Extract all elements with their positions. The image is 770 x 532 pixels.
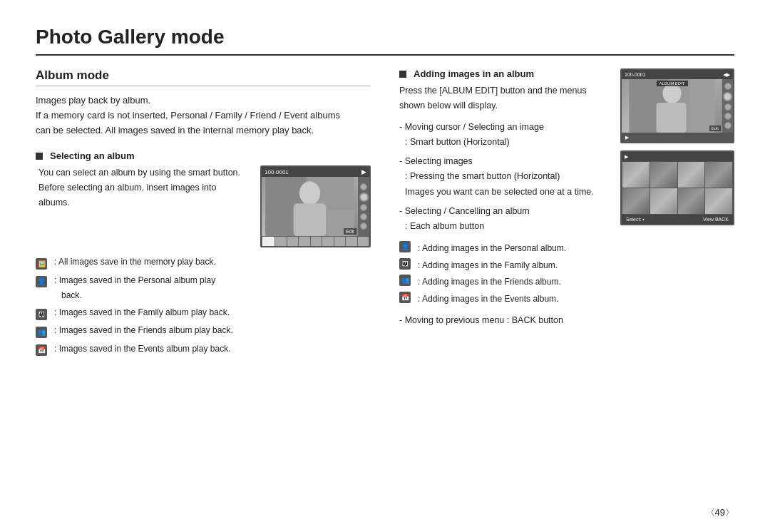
cam-btn-3: [360, 204, 367, 211]
right-cam-icon-1: ◀▶: [723, 72, 730, 78]
thumb-8: [346, 237, 356, 247]
grid-back-label: View BACK: [703, 217, 729, 222]
thumb-1: [262, 237, 274, 247]
dash-1: - Moving cursor / Selecting an image: [399, 120, 595, 135]
page-title: Photo Gallery mode: [36, 26, 734, 56]
dash-prefix-3: - Selecting / Cancelling an album: [399, 204, 530, 219]
intro-text: Images play back by album. If a memory c…: [36, 93, 371, 138]
icon-item-2: : Images saved in the Family album play …: [36, 305, 371, 322]
dash-2: - Selecting images: [399, 154, 595, 169]
album-icon-personal: : Adding images in the Personal album.: [399, 241, 595, 257]
left-inner: You can select an album by using the sma…: [36, 165, 371, 247]
grid-cell-1: [622, 162, 650, 188]
grid-footer: Select: ▪ View BACK: [622, 215, 733, 224]
right-side-bar-1: [722, 79, 733, 133]
main-content: Album mode Images play back by album. If…: [36, 68, 734, 364]
thumb-6: [322, 237, 333, 247]
icon-text-4: : Images saved in the Events album play …: [54, 342, 230, 357]
friends-icon-left: [36, 323, 50, 339]
right-column: Adding images in an album Press the [ALB…: [399, 68, 734, 364]
dash-sub-2: : Pressing the smart button (Horizontal): [405, 169, 595, 184]
camera-image-left: 100-0001 ▶: [260, 165, 371, 247]
personal-icon: [36, 273, 50, 290]
dash-prefix-1: - Moving cursor / Selecting an image: [399, 120, 544, 135]
cam-screen-right-1: 100-0001 ◀▶: [620, 68, 734, 143]
grid-cell-8: [705, 188, 732, 214]
section-title: Album mode: [36, 68, 371, 86]
right-btn-5: [724, 122, 732, 129]
left-column: Album mode Images play back by album. If…: [36, 68, 371, 364]
adding-body: Press the [ALBUM EDIT] button and the me…: [399, 83, 595, 328]
right-inner: Adding images in an album Press the [ALB…: [399, 68, 734, 328]
thumb-3: [287, 237, 298, 247]
right-header-1: 100-0001 ◀▶: [622, 70, 733, 79]
cam-thumb-row: [262, 236, 369, 247]
adding-label: Adding images in an album: [399, 68, 595, 79]
dash-sub-3: : Each album button: [405, 219, 595, 234]
all-icon: [36, 255, 50, 271]
right-btn-4: [724, 113, 732, 120]
photo-svg: [262, 177, 358, 236]
svg-rect-3: [294, 204, 327, 237]
icon-text-1: : Images saved in the Personal album pla…: [54, 273, 215, 304]
intro-line2: If a memory card is not inserted, Person…: [36, 108, 371, 123]
grid-header: ▶: [622, 152, 733, 161]
cam-right-controls: [358, 177, 369, 236]
right-footer-play: ▶: [625, 135, 629, 140]
dash-sub-1: : Smart button (Horizontal): [405, 135, 595, 150]
thumb-9: [358, 237, 369, 247]
dash-sub-2b: Images you want can be selected one at a…: [405, 185, 595, 200]
icon-item-4: : Images saved in the Events album play …: [36, 342, 371, 358]
selecting-album-section: Selecting an album You can select an alb…: [36, 150, 371, 358]
thumb-5: [311, 237, 322, 247]
right-cam-label-1: 100-0001: [625, 72, 646, 77]
thumb-2: [275, 237, 286, 247]
right-btn-3: [724, 103, 732, 111]
adding-body1: Press the [ALBUM EDIT] button and the me…: [399, 83, 595, 98]
cam-icon: ▶: [361, 168, 366, 175]
right-screens: 100-0001 ◀▶: [620, 68, 734, 328]
right-text-area: Adding images in an album Press the [ALB…: [399, 68, 595, 328]
svg-rect-10: [690, 79, 715, 133]
album-icon-text-events: : Adding images in the Events album.: [418, 292, 558, 307]
cam-label: 100-0001: [265, 169, 289, 175]
cam-screen-right-2: ▶ Select: ▪: [620, 150, 734, 225]
back-label: - Moving to previous menu : BACK button: [399, 313, 595, 328]
edit-label: Edit: [344, 228, 356, 235]
personal-icon-right: [399, 241, 411, 252]
right-btn-2: [723, 92, 732, 101]
events-icon-right: [399, 292, 411, 303]
album-edit-overlay: ALBUM EDIT: [656, 81, 687, 86]
right-btn-1: [724, 83, 732, 90]
grid-cell-4: [705, 162, 732, 188]
family-icon-right: [399, 258, 411, 270]
page-container: Photo Gallery mode Album mode Images pla…: [0, 0, 770, 385]
icon-text-2: : Images saved in the Family album play …: [54, 305, 230, 321]
grid-cell-7: [678, 188, 705, 214]
svg-point-2: [299, 182, 320, 205]
icon-item-0: : All images save in the memory play bac…: [36, 255, 371, 271]
right-footer-1: ▶: [622, 133, 733, 142]
album-icon-friends: : Adding images in the Friends album.: [399, 275, 595, 290]
album-icon-family: : Adding images in the Family album.: [399, 258, 595, 274]
album-icon-events: : Adding images in the Events album.: [399, 292, 595, 307]
intro-line1: Images play back by album.: [36, 93, 371, 108]
right-photo-1: ALBUM EDIT Edit: [622, 79, 722, 133]
icon-text-0: : All images save in the memory play bac…: [54, 255, 216, 270]
album-icon-text-family: : Adding images in the Family album.: [418, 258, 558, 274]
icon-text-3: : Images saved in the Friends album play…: [54, 323, 233, 339]
intro-line3: can be selected. All images saved in the…: [36, 123, 371, 138]
svg-rect-9: [657, 103, 687, 133]
cam-btn-2: [359, 193, 369, 202]
album-icon-text-friends: : Adding images in the Friends album.: [418, 275, 561, 290]
selecting-album-body: You can select an album by using the sma…: [38, 165, 249, 210]
grid-label: ▶: [625, 154, 628, 160]
grid-photos: [622, 161, 733, 215]
cam-header: 100-0001 ▶: [262, 167, 369, 177]
grid-cell-2: [650, 162, 677, 188]
bullet-icon: [36, 153, 43, 160]
page-number: 〈49〉: [706, 506, 734, 519]
icon-item-1: : Images saved in the Personal album pla…: [36, 273, 371, 304]
grid-cell-5: [622, 188, 650, 214]
album-icon-text-personal: : Adding images in the Personal album.: [418, 241, 566, 257]
